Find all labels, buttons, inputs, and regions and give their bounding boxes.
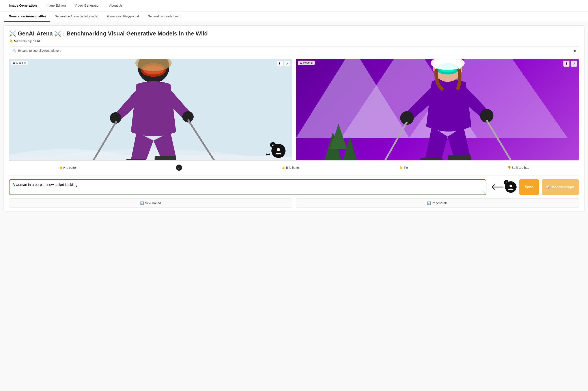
share-btn-b[interactable]: ↗ xyxy=(571,61,577,67)
vote-tie[interactable]: 👆 Tie xyxy=(396,165,411,171)
nav-video-generation[interactable]: Video Generation xyxy=(70,0,105,11)
user-avatar-1: 1 xyxy=(505,181,517,193)
bottom-section: A woman in a purple snow jacket is skiin… xyxy=(9,176,579,198)
sub-tabs: Generation Arena (battle) Generation Are… xyxy=(0,11,588,22)
page-title: ⚔️ GenAI-Arena ⚔️ : Benchmarking Visual … xyxy=(9,30,579,37)
svg-point-19 xyxy=(277,148,280,151)
panel-a: 🖼 Model A ⬇ ↗ xyxy=(9,59,292,160)
search-icon: 🔍 xyxy=(12,49,16,52)
svg-rect-14 xyxy=(154,156,176,160)
download-btn-a[interactable]: ⬇ xyxy=(277,61,283,67)
tab-generation-playground[interactable]: Generation Playground xyxy=(103,11,143,22)
download-btn-b[interactable]: ⬇ xyxy=(563,61,570,67)
vote-b-better[interactable]: 👆 B is better xyxy=(279,165,302,171)
arrow-svg xyxy=(489,182,504,193)
send-button[interactable]: Send xyxy=(519,179,539,195)
tab-generation-leaderboard[interactable]: Generation Leaderboard xyxy=(143,11,186,22)
panel-a-header: 🖼 Model A xyxy=(11,61,27,65)
person-icon-2 xyxy=(275,147,283,155)
skier-a-svg xyxy=(9,59,292,160)
tab-generation-arena-side[interactable]: Generation Arena (side-by-side) xyxy=(50,11,103,22)
person-icon-1 xyxy=(508,184,514,190)
tab-generation-arena-battle[interactable]: Generation Arena (battle) xyxy=(4,11,50,22)
vote-row: 👆 A is better ✓ 👆 B is better 👆 Tie 👎 Bo… xyxy=(9,160,579,175)
checkmark-icon: ✓ xyxy=(176,165,182,171)
image-a: ↩ 2 xyxy=(9,59,292,160)
prompt-area-wrapper: A woman in a purple snow jacket is skiin… xyxy=(9,179,517,195)
top-navigation: Image Generation Image Edition Video Gen… xyxy=(0,0,588,11)
image-icon-b: 🖼 xyxy=(300,61,302,64)
main-content-card: ⚔️ GenAI-Arena ⚔️ : Benchmarking Visual … xyxy=(3,25,585,211)
nav-about-us[interactable]: About Us xyxy=(105,0,127,11)
new-round-button[interactable]: 🔄 New Round xyxy=(9,198,292,208)
user-badge-2: 2 xyxy=(270,142,276,148)
user-annotation-2: ↩ 2 xyxy=(266,144,286,158)
svg-rect-38 xyxy=(419,158,443,160)
prompt-textarea-container: A woman in a purple snow jacket is skiin… xyxy=(9,179,486,195)
skier-b-svg xyxy=(296,59,579,160)
arena-players-label: 🔍 Expand to see all Arena players xyxy=(12,49,61,52)
bottom-action-row: 🔄 New Round 🔄 Regenerate xyxy=(9,198,579,211)
panel-b-header: 🖼 Model B xyxy=(298,61,315,65)
panel-b-actions: ⬇ ↗ xyxy=(563,61,577,67)
panel-b: 🖼 Model B ⬇ ↗ xyxy=(296,59,579,160)
vote-a-better-check[interactable]: ✓ xyxy=(173,163,185,172)
user-avatar-2: 2 xyxy=(271,144,286,158)
image-icon-a: 🖼 xyxy=(13,61,15,64)
panel-a-actions: ⬇ ↗ xyxy=(277,61,290,67)
random-sample-button[interactable]: 🎲 Random sample xyxy=(542,179,579,195)
nav-image-edition[interactable]: Image Edition xyxy=(41,0,70,11)
regenerate-button[interactable]: 🔄 Regenerate xyxy=(296,198,579,208)
resize-icon: ⤡ xyxy=(483,191,485,194)
svg-rect-39 xyxy=(447,155,471,160)
svg-point-47 xyxy=(510,185,512,187)
image-panels: 🖼 Model A ⬇ ↗ xyxy=(9,59,579,160)
prompt-input[interactable]: A woman in a purple snow jacket is skiin… xyxy=(9,180,486,194)
arena-players-bar[interactable]: 🔍 Expand to see all Arena players ◀ xyxy=(9,46,579,55)
image-b xyxy=(296,59,579,160)
vote-a-better[interactable]: 👆 A is better xyxy=(56,165,79,171)
share-btn-a[interactable]: ↗ xyxy=(284,61,290,67)
undo-icon: ↩ xyxy=(266,151,271,158)
vote-both-bad[interactable]: 👎 Both are bad xyxy=(504,165,532,171)
user-annotation-1: 1 xyxy=(489,181,517,193)
chevron-right-icon: ◀ xyxy=(573,49,576,53)
generating-status: 👆 Generating now! xyxy=(9,39,579,43)
nav-image-generation[interactable]: Image Generation xyxy=(4,0,41,11)
svg-rect-13 xyxy=(125,159,147,160)
